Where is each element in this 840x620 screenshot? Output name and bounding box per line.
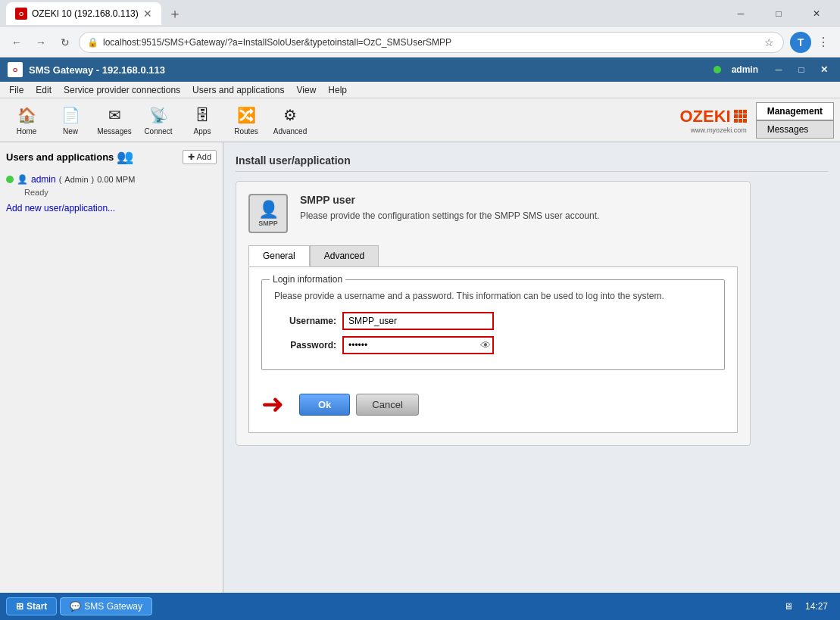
address-bar[interactable]: 🔒 localhost:9515/SMS+Gateway/?a=InstallS… [79, 32, 784, 53]
systray: 🖥 [784, 601, 793, 612]
user-account-icon[interactable]: T [790, 32, 811, 53]
toolbar-routes-button[interactable]: 🔀 Routes [226, 101, 267, 139]
toolbar-apps-button[interactable]: 🗄 Apps [182, 101, 223, 139]
toolbar-new-button[interactable]: 📄 New [50, 101, 91, 139]
ozeki-brand: OZEKI [679, 107, 730, 126]
content-title: Install user/application [236, 154, 828, 172]
user-role-close: ) [92, 175, 95, 184]
home-label: Home [17, 127, 37, 136]
smpp-person-icon: 👤 [258, 200, 279, 220]
tab-general[interactable]: General [248, 245, 310, 266]
tab-messages[interactable]: Messages [756, 120, 834, 139]
menu-file[interactable]: File [3, 83, 30, 97]
app-close-button[interactable]: ✕ [816, 61, 832, 78]
home-icon: 🏠 [16, 104, 37, 126]
menu-view[interactable]: View [291, 83, 323, 97]
browser-titlebar: O OZEKI 10 (192.168.0.113) ✕ ＋ ─ □ ✕ [0, 0, 840, 27]
add-button[interactable]: ✚ Add [183, 150, 217, 164]
content-area: Install user/application 👤 SMPP SMPP use… [223, 142, 840, 606]
forward-button[interactable]: → [30, 32, 52, 53]
add-icon: ✚ [188, 152, 195, 162]
connect-icon: 📡 [148, 104, 169, 126]
smpp-panel: 👤 SMPP SMPP user Please provide the conf… [236, 181, 751, 446]
clock: 14:27 [799, 598, 834, 615]
password-toggle-icon[interactable]: 👁 [480, 339, 491, 351]
smpp-title: SMPP user [300, 194, 599, 206]
tab-close-button[interactable]: ✕ [143, 8, 152, 20]
new-label: New [63, 127, 78, 136]
toolbar-connect-button[interactable]: 📡 Connect [138, 101, 179, 139]
tab-bar: General Advanced [248, 245, 738, 266]
menu-service-provider[interactable]: Service provider connections [58, 83, 186, 97]
user-role: ( [59, 175, 62, 184]
ozeki-logo: OZEKI www.myozeki.com [679, 107, 746, 134]
start-label: Start [27, 601, 47, 612]
main-area: Users and applications 👥 ✚ Add 👤 admin (… [0, 142, 840, 620]
user-status-dot [6, 176, 14, 183]
ok-button[interactable]: Ok [299, 394, 350, 416]
advanced-icon: ⚙ [279, 104, 301, 126]
browser-extra-icons: T ⋮ [790, 32, 834, 53]
password-label: Password: [274, 340, 342, 351]
password-wrap: 👁 [342, 336, 494, 354]
user-role-label: Admin [64, 175, 88, 184]
connection-status-dot [714, 66, 721, 73]
menu-edit[interactable]: Edit [30, 83, 58, 97]
connect-label: Connect [144, 127, 172, 136]
browser-minimize-button[interactable]: ─ [723, 2, 758, 26]
toolbar-home-button[interactable]: 🏠 Home [6, 101, 47, 139]
browser-tab[interactable]: O OZEKI 10 (192.168.0.113) ✕ [6, 2, 161, 25]
sms-gateway-icon: 💬 [70, 601, 81, 612]
bookmark-icon[interactable]: ☆ [763, 35, 776, 50]
content-wrapper: Install user/application 👤 SMPP SMPP use… [223, 142, 840, 620]
password-input[interactable] [342, 336, 494, 354]
menu-users-apps[interactable]: Users and applications [186, 83, 290, 97]
tab-advanced[interactable]: Advanced [310, 245, 379, 266]
app-titlebar: O SMS Gateway - 192.168.0.113 admin ─ □ … [0, 58, 840, 82]
browser-addressbar: ← → ↻ 🔒 localhost:9515/SMS+Gateway/?a=In… [0, 27, 840, 58]
messages-label: Messages [97, 127, 132, 136]
toolbar: 🏠 Home 📄 New ✉ Messages 📡 Connect 🗄 Apps… [0, 98, 840, 142]
address-text: localhost:9515/SMS+Gateway/?a=InstallSol… [103, 37, 758, 48]
smpp-description: Please provide the configuration setting… [300, 209, 599, 223]
taskbar-sms-gateway[interactable]: 💬 SMS Gateway [60, 597, 152, 615]
reload-button[interactable]: ↻ [55, 32, 76, 53]
user-link[interactable]: admin [31, 174, 56, 185]
taskbar: ⊞ Start 💬 SMS Gateway 🖥 14:27 [0, 593, 840, 620]
start-icon: ⊞ [16, 601, 23, 612]
tab-content: Login information Please provide a usern… [248, 266, 738, 433]
address-icons: ☆ [763, 35, 776, 50]
new-tab-button[interactable]: ＋ [164, 3, 186, 24]
menu-bar: File Edit Service provider connections U… [0, 82, 840, 98]
monitor-icon: 🖥 [784, 601, 793, 612]
app-window: O SMS Gateway - 192.168.0.113 admin ─ □ … [0, 58, 840, 620]
browser-menu-icon[interactable]: ⋮ [813, 32, 834, 53]
app-maximize-button[interactable]: □ [793, 61, 810, 78]
app-logo-icon: O [8, 62, 23, 77]
start-button[interactable]: ⊞ Start [6, 597, 57, 615]
user-icon: 👤 [17, 174, 28, 185]
browser-close-button[interactable]: ✕ [799, 2, 834, 26]
app-title: SMS Gateway - 192.168.0.113 [29, 64, 165, 76]
toolbar-messages-button[interactable]: ✉ Messages [94, 101, 135, 139]
smpp-icon: 👤 SMPP [248, 194, 288, 233]
add-label: Add [196, 152, 211, 161]
apps-label: Apps [194, 127, 211, 136]
username-input[interactable] [342, 312, 494, 330]
username-row: Username: [274, 312, 712, 330]
user-speed: 0.00 MPM [97, 175, 135, 184]
routes-icon: 🔀 [236, 104, 257, 126]
tab-management[interactable]: Management [756, 102, 834, 120]
add-user-link[interactable]: Add new user/application... [6, 203, 217, 213]
username-label: Username: [274, 316, 342, 326]
cancel-button[interactable]: Cancel [356, 394, 418, 416]
user-item: 👤 admin ( Admin ) 0.00 MPM [6, 171, 217, 188]
apps-icon: 🗄 [192, 104, 213, 126]
sidebar: Users and applications 👥 ✚ Add 👤 admin (… [0, 142, 223, 620]
menu-help[interactable]: Help [322, 83, 353, 97]
browser-maximize-button[interactable]: □ [761, 2, 796, 26]
ozeki-website: www.myozeki.com [691, 126, 747, 134]
back-button[interactable]: ← [6, 32, 27, 53]
toolbar-advanced-button[interactable]: ⚙ Advanced [270, 101, 311, 139]
app-minimize-button[interactable]: ─ [770, 61, 787, 78]
